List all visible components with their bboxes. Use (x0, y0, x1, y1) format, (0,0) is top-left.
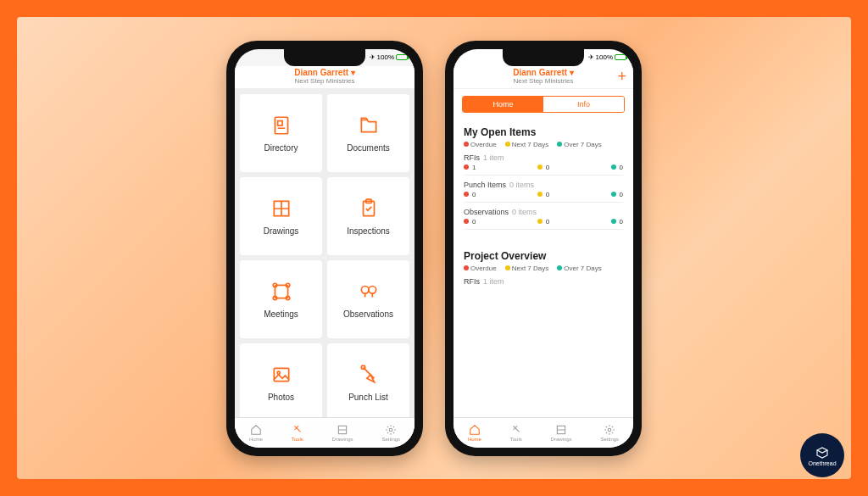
documents-icon (356, 113, 381, 138)
tile-label: Punch List (348, 393, 388, 402)
dot-over7-icon (557, 142, 562, 147)
battery-icon (396, 54, 408, 60)
tile-label: Drawings (264, 226, 299, 236)
project-overview-title: Project Overview (464, 250, 623, 262)
status-battery-pct: 100% (377, 53, 394, 61)
phone-frame-left: ✈ 100% Diann Garrett ▾ Next Step Ministr… (226, 41, 423, 456)
tile-punchlist[interactable]: Punch List (327, 343, 409, 421)
add-button[interactable]: + (617, 68, 626, 86)
battery-icon (615, 54, 626, 60)
phone-screen-right: 9:41 AM ✈ 100% Diann Garrett ▾ Next Step… (453, 49, 633, 448)
status-nav-icon: ✈ (370, 53, 376, 61)
svg-point-18 (361, 365, 364, 369)
observations-icon (356, 279, 381, 304)
tile-drawings[interactable]: Drawings (240, 177, 322, 255)
legend: Overdue Next 7 Days Over 7 Days (464, 265, 623, 272)
svg-point-24 (608, 428, 611, 432)
svg-point-21 (389, 428, 392, 432)
inspections-icon (356, 196, 381, 221)
dashboard: My Open Items Overdue Next 7 Days Over 7… (453, 120, 633, 301)
punchlist-icon (356, 362, 381, 387)
tab-bar: Home Tools Drawings Settings (235, 417, 415, 448)
drawings-icon (269, 196, 294, 221)
tile-label: Inspections (347, 226, 390, 236)
tile-label: Observations (343, 309, 393, 319)
notch (503, 49, 584, 66)
phone-frame-right: 9:41 AM ✈ 100% Diann Garrett ▾ Next Step… (445, 41, 642, 456)
brand-label: Onethread (808, 460, 836, 466)
svg-rect-16 (274, 368, 288, 381)
svg-rect-9 (275, 285, 287, 298)
nav-settings[interactable]: Settings (600, 424, 619, 442)
nav-home[interactable]: Home (249, 424, 263, 442)
tile-directory[interactable]: Directory (240, 94, 322, 172)
overview-rfis[interactable]: RFIs1 item (464, 277, 623, 289)
app-header: Diann Garrett ▾ Next Step Ministries (235, 66, 415, 89)
app-header: Diann Garrett ▾ Next Step Ministries + (453, 66, 633, 89)
dot-overdue-icon (464, 142, 469, 147)
svg-point-15 (369, 287, 376, 294)
tile-documents[interactable]: Documents (327, 94, 409, 172)
segment-control: Home Info (462, 96, 625, 113)
meetings-icon (269, 279, 294, 304)
tile-label: Documents (347, 143, 390, 153)
tab-bar: Home Tools Drawings Settings (453, 417, 633, 448)
tab-home[interactable]: Home (463, 97, 543, 112)
tile-label: Photos (268, 393, 294, 402)
notch (284, 49, 365, 66)
status-nav-icon: ✈ (588, 53, 594, 61)
brand-badge: Onethread (800, 433, 844, 477)
dot-next7-icon (505, 142, 510, 147)
tile-inspections[interactable]: Inspections (327, 177, 409, 255)
nav-settings[interactable]: Settings (381, 424, 400, 442)
photos-icon (269, 362, 294, 387)
status-battery-pct: 100% (596, 53, 613, 61)
tab-info[interactable]: Info (543, 97, 624, 112)
my-open-items-title: My Open Items (464, 126, 623, 138)
tools-grid: Directory Documents Drawings (235, 89, 415, 437)
nav-tools[interactable]: Tools (292, 424, 303, 442)
nav-drawings[interactable]: Drawings (551, 424, 572, 442)
directory-icon (269, 113, 294, 138)
phone-screen-left: ✈ 100% Diann Garrett ▾ Next Step Ministr… (235, 49, 415, 448)
tile-observations[interactable]: Observations (327, 260, 409, 338)
user-dropdown[interactable]: Diann Garrett ▾ (235, 68, 415, 77)
svg-point-14 (361, 287, 369, 294)
nav-drawings[interactable]: Drawings (332, 424, 353, 442)
section-punch[interactable]: Punch Items0 items 0 0 0 (464, 181, 623, 203)
legend: Overdue Next 7 Days Over 7 Days (464, 141, 623, 148)
project-subtitle: Next Step Ministries (453, 77, 633, 85)
user-dropdown[interactable]: Diann Garrett ▾ (453, 68, 633, 77)
tile-label: Meetings (264, 309, 298, 319)
tile-meetings[interactable]: Meetings (240, 260, 322, 338)
project-subtitle: Next Step Ministries (235, 77, 415, 85)
tile-label: Directory (264, 143, 298, 153)
svg-rect-1 (277, 121, 281, 125)
tile-photos[interactable]: Photos (240, 343, 322, 421)
nav-home[interactable]: Home (468, 424, 481, 442)
section-rfis[interactable]: RFIs1 item 1 0 0 (464, 153, 623, 176)
promo-background: ✈ 100% Diann Garrett ▾ Next Step Ministr… (17, 17, 851, 479)
section-observations[interactable]: Observations0 items 0 0 0 (464, 208, 623, 230)
nav-tools[interactable]: Tools (510, 424, 522, 442)
